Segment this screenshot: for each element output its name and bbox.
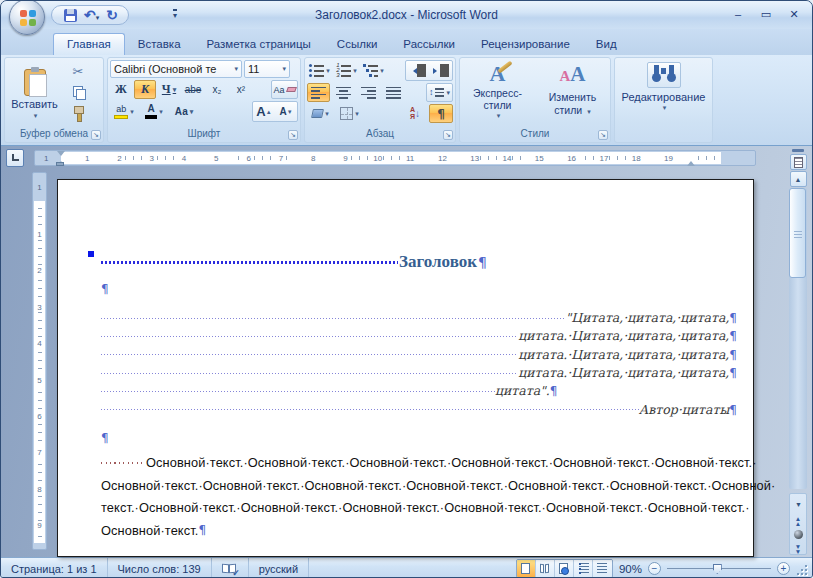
- zoom-slider-handle[interactable]: [713, 564, 722, 574]
- heading-text[interactable]: Заголовок: [398, 251, 478, 273]
- font-size-combo[interactable]: 11▾: [244, 60, 290, 78]
- multilevel-list-button[interactable]: ▾: [361, 61, 386, 80]
- chevron-down-icon[interactable]: ▾: [446, 89, 450, 97]
- outline-view-button[interactable]: [574, 560, 593, 577]
- format-painter-button[interactable]: [66, 104, 90, 122]
- quote-line[interactable]: "Цитата,·цитата,·цитата, ¶: [101, 309, 737, 327]
- undo-button[interactable]: ↶▾: [84, 6, 99, 24]
- align-right-button[interactable]: [357, 83, 380, 102]
- scrollbar-thumb[interactable]: [789, 188, 806, 278]
- superscript-button[interactable]: x²: [230, 80, 252, 99]
- ribbon-tab[interactable]: Рассылки: [390, 34, 468, 55]
- sort-button[interactable]: АЯ↓: [403, 104, 427, 123]
- quote-line[interactable]: цитата.·Цитата,·цитата,·цитата, ¶: [101, 346, 737, 364]
- select-browse-object-button[interactable]: [794, 530, 803, 539]
- font-dialog-launcher[interactable]: ↘: [288, 130, 298, 140]
- clear-formatting-button[interactable]: Aa: [271, 80, 298, 99]
- zoom-slider[interactable]: [667, 562, 771, 575]
- chevron-down-icon[interactable]: ▾: [190, 108, 194, 116]
- editing-menu-button[interactable]: Редактирование ▾: [622, 91, 706, 127]
- font-color-button[interactable]: А▾: [140, 102, 168, 121]
- decrease-indent-button[interactable]: [406, 61, 429, 80]
- styles-dialog-launcher[interactable]: ↘: [598, 130, 608, 140]
- save-icon[interactable]: [64, 9, 77, 22]
- zoom-level[interactable]: 90%: [619, 563, 642, 575]
- word-count-indicator[interactable]: Число слов: 139: [108, 558, 212, 578]
- bullets-button[interactable]: ▾: [307, 61, 332, 80]
- quote-line[interactable]: Автор·цитаты ¶: [101, 400, 737, 418]
- scrollbar-track[interactable]: [789, 188, 807, 489]
- left-indent-marker[interactable]: [56, 162, 64, 166]
- quick-styles-button[interactable]: A Экспресс-стили ▾: [462, 62, 533, 127]
- font-name-combo[interactable]: Calibri (Основной те▾: [110, 60, 242, 78]
- find-button[interactable]: [647, 62, 681, 88]
- ribbon-tab[interactable]: Главная: [53, 33, 125, 55]
- vertical-scrollbar[interactable]: ▲ ▼ ▲▲ ▼▼: [789, 148, 807, 555]
- page-indicator[interactable]: Страница: 1 из 1: [1, 558, 108, 578]
- body-line[interactable]: Основной·текст. ¶: [101, 519, 737, 541]
- horizontal-ruler[interactable]: 1 12345678910111213141516171819: [34, 150, 756, 166]
- bold-button[interactable]: Ж: [110, 80, 132, 99]
- document-page[interactable]: Заголовок ¶ ¶ "Цитата,·цитата,·цитата, ¶…: [57, 179, 754, 557]
- show-marks-button[interactable]: ¶: [429, 104, 453, 123]
- office-button[interactable]: [9, 0, 45, 35]
- line-spacing-button[interactable]: ↕▾: [426, 83, 453, 102]
- close-button[interactable]: ✕: [786, 7, 802, 21]
- borders-button[interactable]: ▾: [336, 104, 363, 123]
- previous-page-button[interactable]: ▲▲: [790, 513, 806, 528]
- redo-icon[interactable]: ↻: [106, 8, 118, 22]
- paragraph-dialog-launcher[interactable]: ↘: [443, 130, 453, 140]
- minimize-button[interactable]: ‒: [730, 7, 746, 21]
- ribbon-tab[interactable]: Вид: [583, 34, 630, 55]
- chevron-down-icon[interactable]: ▾: [353, 67, 357, 75]
- justify-button[interactable]: [382, 83, 405, 102]
- quote-line[interactable]: цитата.·Цитата,·цитата,·цитата, ¶: [101, 327, 737, 345]
- zoom-in-button[interactable]: +: [777, 562, 790, 575]
- chevron-down-icon[interactable]: ▾: [326, 67, 330, 75]
- quote-line[interactable]: цитата". ¶: [101, 382, 737, 400]
- change-styles-button[interactable]: АA Изменить стили ▾: [537, 62, 608, 127]
- chevron-down-icon[interactable]: ▾: [234, 65, 238, 73]
- chevron-down-icon[interactable]: ▾: [380, 67, 384, 75]
- language-indicator[interactable]: русский: [249, 558, 309, 578]
- web-layout-view-button[interactable]: [555, 560, 574, 577]
- paste-button[interactable]: Вставить ▾: [7, 60, 62, 128]
- customize-qat-icon[interactable]: ▾: [173, 9, 177, 20]
- resize-grip[interactable]: [796, 562, 808, 576]
- print-layout-view-button[interactable]: [517, 560, 536, 577]
- paste-dropdown-icon[interactable]: ▾: [34, 112, 38, 120]
- scroll-up-button[interactable]: ▲: [790, 171, 807, 187]
- strikethrough-button[interactable]: abe: [182, 80, 204, 99]
- body-line[interactable]: Основной·текст.·Основной·текст.·Основной…: [101, 452, 737, 474]
- align-left-button[interactable]: [307, 83, 330, 102]
- ruler-toggle-button[interactable]: [790, 154, 807, 170]
- right-indent-marker[interactable]: [687, 157, 695, 166]
- subscript-button[interactable]: x₂: [206, 80, 228, 99]
- shrink-font-button[interactable]: А▼: [275, 102, 297, 121]
- spellcheck-indicator[interactable]: [212, 558, 249, 578]
- clipboard-dialog-launcher[interactable]: ↘: [91, 130, 101, 140]
- chevron-down-icon[interactable]: ▾: [130, 108, 134, 116]
- increase-indent-button[interactable]: [429, 61, 452, 80]
- chevron-down-icon[interactable]: ▾: [159, 108, 163, 116]
- grow-font-button[interactable]: А▲: [253, 102, 275, 121]
- chevron-down-icon[interactable]: ▾: [173, 86, 177, 94]
- tab-selector-button[interactable]: [6, 149, 24, 167]
- zoom-out-button[interactable]: −: [648, 562, 661, 575]
- italic-button[interactable]: К: [134, 80, 156, 99]
- ribbon-tab[interactable]: Вставка: [125, 34, 194, 55]
- draft-view-button[interactable]: [593, 560, 612, 577]
- body-line[interactable]: текст.·Основной·текст.·Основной·текст.·О…: [101, 497, 737, 519]
- maximize-button[interactable]: ▭: [758, 7, 774, 21]
- shading-button[interactable]: ▾: [307, 104, 334, 123]
- ribbon-tab[interactable]: Рецензирование: [468, 34, 583, 55]
- next-page-button[interactable]: ▼▼: [790, 541, 806, 556]
- undo-dropdown-icon[interactable]: ▾: [96, 14, 100, 21]
- underline-button[interactable]: Ч▾: [158, 80, 180, 99]
- body-line[interactable]: Основной·текст.·Основной·текст.·Основной…: [101, 474, 737, 496]
- chevron-down-icon[interactable]: ▾: [282, 65, 286, 73]
- vertical-ruler[interactable]: 1 123456789: [32, 172, 47, 550]
- chevron-down-icon[interactable]: ▾: [355, 110, 359, 118]
- chevron-down-icon[interactable]: ▾: [325, 110, 329, 118]
- quote-line[interactable]: цитата.·Цитата,·цитата,·цитата, ¶: [101, 364, 737, 382]
